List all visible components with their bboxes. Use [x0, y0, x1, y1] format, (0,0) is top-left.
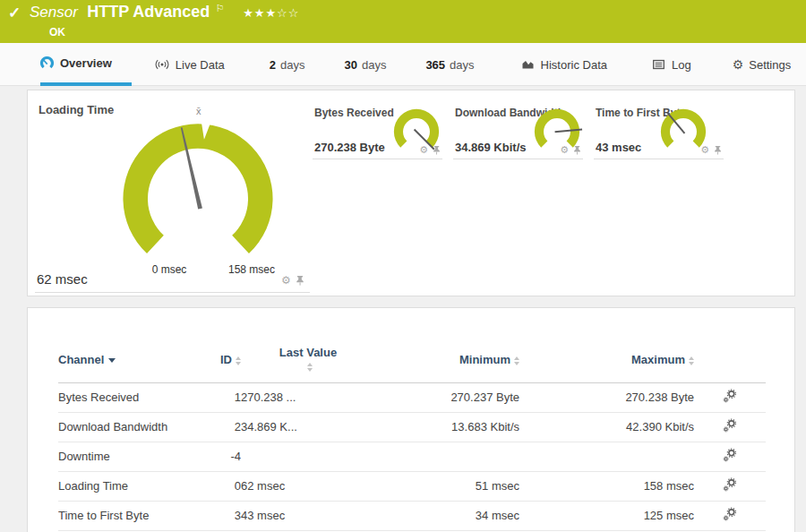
table-row[interactable]: Time to First Byte 3 43 msec 34 msec 125… [58, 501, 766, 530]
pin-icon[interactable] [296, 275, 304, 286]
live-data-icon [155, 58, 169, 71]
historic-chart-icon [521, 58, 535, 71]
channel-settings-gears-icon[interactable] [723, 389, 737, 403]
channel-minimum: 34 msec [375, 501, 519, 530]
bytes-received-value: 270.238 Byte [314, 141, 385, 154]
pin-icon[interactable] [714, 145, 722, 155]
channel-minimum: 51 msec [375, 471, 519, 501]
bytes-received-title: Bytes Received [314, 107, 394, 119]
priority-stars[interactable]: ★★★☆☆ [243, 6, 299, 20]
channel-last-value [241, 442, 375, 471]
gauge-scale-max: 158 msec [211, 263, 292, 276]
channel-id: 1 [210, 382, 241, 412]
sort-icon [307, 363, 313, 372]
status-ok-check-icon: ✓ [8, 4, 21, 22]
sensor-title: HTTP Advanced [87, 3, 210, 21]
gauge-scale-min: 0 msec [138, 263, 201, 276]
log-icon [652, 58, 665, 71]
channels-card: Channel ID Last Value Minimum Maximum [27, 307, 795, 532]
pin-icon[interactable] [573, 145, 581, 155]
tab-overview[interactable]: Overview [40, 43, 132, 86]
channel-settings-gears-icon[interactable] [723, 477, 737, 492]
channel-gear-icon[interactable]: ⚙ [560, 145, 569, 155]
table-row[interactable]: Loading Time 0 62 msec 51 msec 158 msec [58, 471, 766, 501]
tab-30-days-unit: days [362, 58, 386, 72]
channel-maximum: 125 msec [519, 501, 694, 530]
bytes-received-panel: Bytes Received 270.238 Byte ⚙ [313, 101, 442, 159]
settings-gear-icon: ⚙ [733, 58, 744, 71]
table-row[interactable]: Download Bandwidth 2 34.869 K... 13.683 … [58, 412, 766, 442]
sort-icon [236, 356, 241, 365]
tab-overview-label: Overview [60, 56, 112, 70]
column-header-id[interactable]: ID [210, 338, 241, 382]
channel-maximum: 270.238 Byte [519, 382, 694, 412]
channel-settings-gears-icon[interactable] [723, 418, 737, 433]
tab-2-days-number: 2 [270, 58, 276, 72]
sensor-header-bar: ✓ Sensor HTTP Advanced ⚐ ★★★☆☆ OK [0, 0, 806, 43]
download-bandwidth-panel: Download Bandwidth 34.869 Kbit/s ⚙ [453, 101, 583, 159]
column-header-actions [694, 338, 766, 382]
tab-live-data[interactable]: Live Data [155, 43, 225, 86]
object-kind-label: Sensor [30, 4, 78, 21]
channel-minimum [375, 442, 519, 471]
tab-settings[interactable]: ⚙ Settings [733, 43, 792, 86]
panel-divider [35, 292, 310, 293]
channel-last-value: 43 msec [241, 501, 375, 530]
channel-name[interactable]: Loading Time [58, 471, 210, 501]
channel-id: 2 [210, 412, 241, 442]
table-row[interactable]: Bytes Received 1 270.238 ... 270.237 Byt… [58, 382, 766, 412]
download-bandwidth-value: 34.869 Kbit/s [455, 141, 527, 154]
channel-name[interactable]: Download Bandwidth [58, 412, 210, 442]
tab-historic-data-label: Historic Data [541, 58, 607, 72]
channel-last-value: 62 msec [241, 471, 375, 501]
flag-icon[interactable]: ⚐ [216, 3, 225, 13]
channel-name[interactable]: Downtime [58, 442, 210, 471]
channel-maximum [519, 442, 694, 471]
sort-desc-icon [108, 358, 116, 363]
loading-time-current-value: 62 msec [37, 271, 88, 287]
time-to-first-byte-value: 43 msec [596, 141, 641, 154]
tab-settings-label: Settings [749, 58, 791, 72]
pin-icon[interactable] [433, 145, 441, 155]
channel-settings-gears-icon[interactable] [723, 507, 737, 521]
channels-table: Channel ID Last Value Minimum Maximum [58, 338, 766, 531]
sort-icon [689, 356, 694, 365]
tab-log[interactable]: Log [652, 43, 691, 86]
column-header-channel[interactable]: Channel [58, 338, 210, 382]
channel-gear-icon[interactable]: ⚙ [281, 275, 291, 286]
tab-bar: Overview Live Data 2 days 30 days 365 da… [0, 43, 806, 86]
gauge-icon [40, 56, 54, 70]
tab-historic-data[interactable]: Historic Data [521, 43, 607, 86]
channel-last-value: 34.869 K... [241, 412, 375, 442]
tab-live-data-label: Live Data [176, 58, 225, 72]
status-badge: OK [49, 26, 65, 39]
channel-name[interactable]: Time to First Byte [58, 501, 210, 530]
tab-30-days[interactable]: 30 days [344, 43, 386, 86]
channel-maximum: 158 msec [519, 471, 694, 501]
channel-minimum: 270.237 Byte [375, 382, 519, 412]
channel-gear-icon[interactable]: ⚙ [700, 145, 709, 155]
channel-id: 0 [210, 471, 241, 501]
column-header-maximum[interactable]: Maximum [519, 338, 694, 382]
channel-id: 3 [210, 501, 241, 530]
column-header-last-value[interactable]: Last Value [241, 338, 375, 382]
channel-last-value: 270.238 ... [241, 382, 375, 412]
tab-365-days-number: 365 [425, 58, 445, 72]
tab-2-days[interactable]: 2 days [270, 43, 305, 86]
channel-gear-icon[interactable]: ⚙ [419, 145, 428, 155]
channel-settings-gears-icon[interactable] [723, 448, 737, 462]
channel-maximum: 42.390 Kbit/s [519, 412, 694, 442]
loading-time-gauge[interactable] [113, 114, 283, 265]
tab-365-days[interactable]: 365 days [425, 43, 474, 86]
tab-365-days-unit: days [450, 58, 474, 72]
channel-id: -4 [210, 442, 241, 471]
loading-time-panel-title: Loading Time [39, 103, 114, 116]
tab-30-days-number: 30 [344, 58, 356, 72]
channel-minimum: 13.683 Kbit/s [375, 412, 519, 442]
table-row[interactable]: Downtime -4 [58, 442, 766, 471]
tab-log-label: Log [672, 58, 691, 72]
column-header-minimum[interactable]: Minimum [375, 338, 519, 382]
gauges-card: Loading Time x̄ 0 msec 158 msec 62 msec … [27, 90, 795, 296]
tab-2-days-unit: days [280, 58, 304, 72]
channel-name[interactable]: Bytes Received [58, 382, 210, 412]
